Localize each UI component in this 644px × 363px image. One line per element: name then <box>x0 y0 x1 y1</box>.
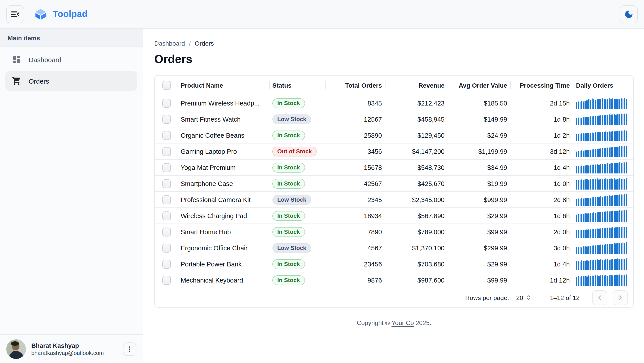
avg-order-value-cell: $99.99 <box>448 228 511 235</box>
sidebar-item-dashboard[interactable]: Dashboard <box>5 50 137 69</box>
daily-orders-sparkline <box>576 226 627 238</box>
row-checkbox[interactable] <box>162 147 170 156</box>
table-row[interactable]: Smart Fitness WatchLow Stock12567$458,94… <box>155 111 633 127</box>
total-orders-cell: 9876 <box>326 277 386 284</box>
rows-per-page-select[interactable]: 20 <box>516 294 532 301</box>
column-header-status[interactable]: Status <box>270 75 326 95</box>
table-row[interactable]: Professional Camera KitLow Stock2345$2,3… <box>155 192 633 208</box>
table-row[interactable]: Ergonomic Office ChairLow Stock4567$1,37… <box>155 240 633 256</box>
daily-orders-sparkline <box>576 113 627 125</box>
avatar <box>6 339 26 359</box>
product-name-cell: Gaming Laptop Pro <box>178 148 270 155</box>
avg-order-value-cell: $185.50 <box>448 99 511 107</box>
page-title: Orders <box>154 52 633 66</box>
next-page-button[interactable] <box>613 290 628 305</box>
avg-order-value-cell: $1,199.99 <box>448 148 511 155</box>
column-header-processing_time[interactable]: Processing Time <box>511 75 573 95</box>
status-cell: In Stock <box>270 162 326 172</box>
table-row[interactable]: Organic Coffee BeansIn Stock25890$129,45… <box>155 127 633 143</box>
row-checkbox[interactable] <box>162 211 170 220</box>
status-cell: In Stock <box>270 211 326 221</box>
orders-table-card: Product NameStatusTotal OrdersRevenueAvg… <box>154 75 634 308</box>
table-row[interactable]: Premium Wireless Headp...In Stock8345$21… <box>155 95 633 111</box>
column-header-revenue[interactable]: Revenue <box>386 75 448 95</box>
daily-orders-cell <box>573 113 633 125</box>
user-email: bharatkashyap@outlook.com <box>31 350 104 356</box>
top-bar: Toolpad <box>0 0 644 29</box>
previous-page-button[interactable] <box>592 290 607 305</box>
table-row[interactable]: Mechanical KeyboardIn Stock9876$987,600$… <box>155 272 633 288</box>
daily-orders-cell <box>573 162 633 173</box>
row-checkbox[interactable] <box>162 260 170 269</box>
row-checkbox[interactable] <box>162 99 170 107</box>
daily-orders-cell <box>573 258 633 270</box>
daily-orders-cell <box>573 97 633 109</box>
product-name-cell: Ergonomic Office Chair <box>178 244 270 252</box>
select-all-header-cell[interactable] <box>155 75 178 95</box>
table-row[interactable]: Smartphone CaseIn Stock42567$425,670$19.… <box>155 176 633 192</box>
status-cell: In Stock <box>270 98 326 108</box>
daily-orders-cell <box>573 274 633 286</box>
breadcrumb-separator: / <box>189 40 191 47</box>
processing-time-cell: 1d 4h <box>511 164 573 171</box>
avg-order-value-cell: $299.99 <box>448 244 511 252</box>
table-row[interactable]: Smart Home HubIn Stock7890$789,000$99.99… <box>155 224 633 240</box>
table-row[interactable]: Wireless Charging PadIn Stock18934$567,8… <box>155 208 633 224</box>
row-checkbox[interactable] <box>162 227 170 236</box>
row-checkbox[interactable] <box>162 276 170 285</box>
breadcrumb-dashboard-link[interactable]: Dashboard <box>154 40 185 47</box>
column-header-avg_order_value[interactable]: Avg Order Value <box>448 75 511 95</box>
table-row[interactable]: Gaming Laptop ProOut of Stock3456$4,147,… <box>155 143 633 160</box>
company-link[interactable]: Your Co <box>392 319 414 326</box>
status-cell: Low Stock <box>270 243 326 253</box>
product-name-cell: Professional Camera Kit <box>178 196 270 203</box>
row-checkbox-cell <box>155 243 178 252</box>
row-checkbox[interactable] <box>162 115 170 124</box>
total-orders-cell: 42567 <box>326 180 386 187</box>
daily-orders-cell <box>573 145 633 157</box>
processing-time-cell: 3d 12h <box>511 148 573 155</box>
sidebar-item-orders[interactable]: Orders <box>5 71 137 91</box>
row-checkbox-cell <box>155 276 178 285</box>
revenue-cell: $789,000 <box>386 228 448 235</box>
column-header-product[interactable]: Product Name <box>178 75 270 95</box>
daily-orders-sparkline <box>576 97 627 109</box>
sidebar-user-panel: Bharat Kashyap bharatkashyap@outlook.com <box>0 334 143 363</box>
select-all-checkbox[interactable] <box>162 81 170 90</box>
breadcrumb: Dashboard / Orders <box>154 40 633 47</box>
total-orders-cell: 12567 <box>326 116 386 123</box>
status-badge: In Stock <box>272 179 305 188</box>
user-meta: Bharat Kashyap bharatkashyap@outlook.com <box>31 342 104 356</box>
daily-orders-sparkline <box>576 258 627 270</box>
daily-orders-sparkline <box>576 242 627 254</box>
daily-orders-sparkline <box>576 178 627 189</box>
row-checkbox[interactable] <box>162 179 170 188</box>
status-cell: Low Stock <box>270 114 326 124</box>
row-checkbox[interactable] <box>162 243 170 252</box>
processing-time-cell: 2d 0h <box>511 228 573 235</box>
app-logo[interactable]: Toolpad <box>34 7 88 21</box>
column-header-total_orders[interactable]: Total Orders <box>326 75 386 95</box>
daily-orders-sparkline <box>576 145 627 157</box>
table-row[interactable]: Portable Power BankIn Stock23456$703,680… <box>155 256 633 272</box>
column-header-daily_orders[interactable]: Daily Orders <box>573 75 633 95</box>
collapse-sidebar-button[interactable] <box>6 5 24 23</box>
total-orders-cell: 15678 <box>326 164 386 171</box>
row-checkbox[interactable] <box>162 131 170 140</box>
avg-order-value-cell: $34.99 <box>448 164 511 171</box>
daily-orders-cell <box>573 178 633 189</box>
status-cell: In Stock <box>270 130 326 140</box>
row-checkbox[interactable] <box>162 163 170 172</box>
avg-order-value-cell: $19.99 <box>448 180 511 187</box>
table-row[interactable]: Yoga Mat PremiumIn Stock15678$548,730$34… <box>155 160 633 176</box>
status-badge: Out of Stock <box>272 146 317 156</box>
status-badge: Low Stock <box>272 243 311 253</box>
total-orders-cell: 4567 <box>326 244 386 252</box>
dashboard-icon <box>12 54 22 64</box>
total-orders-cell: 7890 <box>326 228 386 235</box>
row-checkbox-cell <box>155 147 178 156</box>
theme-toggle-button[interactable] <box>620 5 638 23</box>
row-checkbox[interactable] <box>162 195 170 204</box>
user-menu-button[interactable] <box>123 342 136 356</box>
revenue-cell: $548,730 <box>386 164 448 171</box>
